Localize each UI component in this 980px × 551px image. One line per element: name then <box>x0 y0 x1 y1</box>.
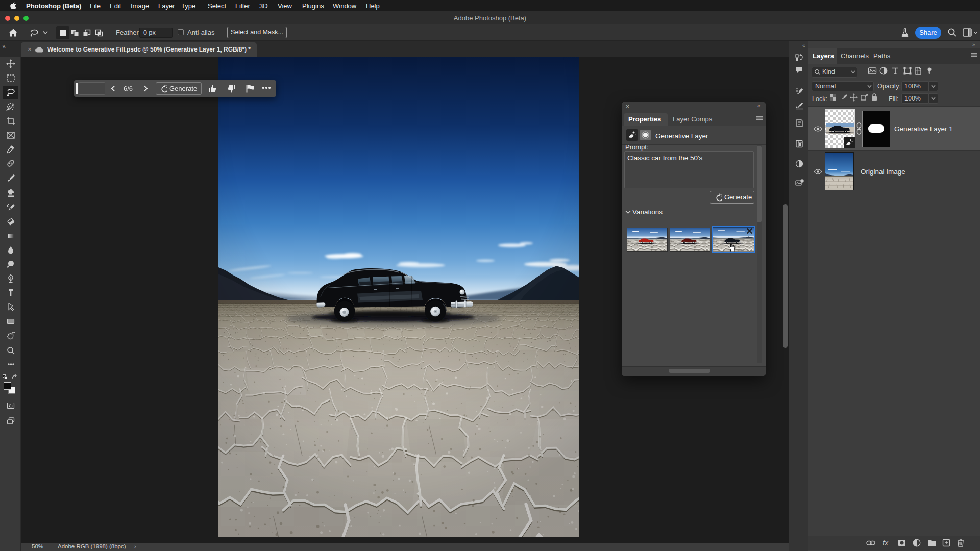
svg-text:fx: fx <box>883 539 889 547</box>
